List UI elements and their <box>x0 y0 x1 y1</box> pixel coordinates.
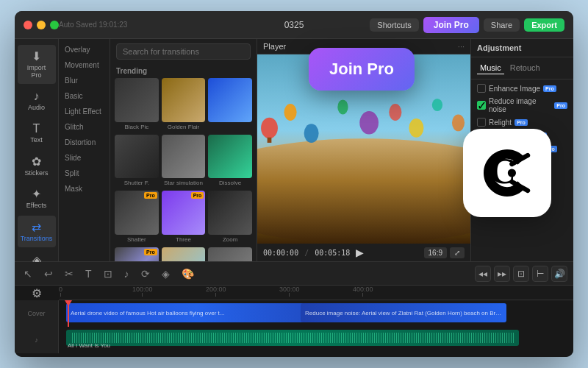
tab-music[interactable]: Music <box>477 62 504 74</box>
adjustment-title: Adjustment <box>471 39 573 57</box>
minimize-button[interactable] <box>37 21 46 29</box>
join-pro-overlay[interactable]: Join Pro <box>309 48 415 91</box>
speed-tool[interactable]: ⟳ <box>138 266 153 281</box>
audio-waveform <box>71 333 514 343</box>
time-current: 00:00:00 <box>263 249 298 257</box>
cursor-tool[interactable]: ↖ <box>21 266 35 281</box>
tab-retouch[interactable]: Retouch <box>507 62 543 74</box>
sidebar-item-audio[interactable]: ♪ Audio <box>18 85 56 116</box>
list-item[interactable]: Pro Backgr. <box>115 247 159 261</box>
svg-point-11 <box>452 114 465 131</box>
crop-tool[interactable]: ⊡ <box>101 266 115 281</box>
fit-button[interactable]: ⊡ <box>513 266 529 282</box>
capcut-logo: C <box>463 129 551 217</box>
sidebar-item-effects[interactable]: ✦ Effects <box>18 183 56 214</box>
category-movement[interactable]: Movement <box>59 57 110 73</box>
close-button[interactable] <box>24 21 32 29</box>
ruler-mark: 100:00 <box>132 286 153 297</box>
capcut-logo-svg: C <box>478 144 537 202</box>
ruler-mark: 300:00 <box>279 286 300 297</box>
player-title: Player <box>263 42 286 51</box>
text-icon: T <box>33 122 40 135</box>
list-item[interactable]: Shake It <box>208 247 252 261</box>
undo-tool[interactable]: ↩ <box>41 266 56 281</box>
relight-checkbox[interactable] <box>477 118 486 127</box>
list-item[interactable]: Pro Three <box>162 191 206 244</box>
category-basic[interactable]: Basic <box>59 88 110 104</box>
video-track-row: Cover Aerial drone video of famous Hot a… <box>15 300 573 327</box>
list-item: Relight Pro <box>477 118 567 127</box>
share-button[interactable]: Share <box>484 18 520 32</box>
left-categories-panel: Overlay Movement Blur Basic Light Effect… <box>59 39 110 261</box>
video-track-content[interactable]: Aerial drone video of famous Hot air bal… <box>59 300 573 327</box>
timeline-right-tools: ◂◂ ▸▸ ⊡ ⊢ 🔊 <box>475 266 567 282</box>
app-window: Auto Saved 19:01:23 0325 Shortcuts Join … <box>15 11 573 357</box>
shortcuts-button[interactable]: Shortcuts <box>370 18 418 32</box>
category-mask[interactable]: Mask <box>59 181 110 197</box>
player-menu-icon[interactable]: ··· <box>458 42 465 51</box>
title-right-controls: Shortcuts Join Pro Share Export <box>370 17 564 33</box>
reduce-noise-checkbox[interactable]: ✓ <box>477 101 486 110</box>
category-glitch[interactable]: Glitch <box>59 119 110 135</box>
export-button[interactable]: Export <box>524 18 564 32</box>
audio-clip[interactable] <box>66 330 519 346</box>
svg-rect-3 <box>268 138 272 143</box>
ruler-mark: 400:00 <box>353 286 373 297</box>
play-pause-button[interactable]: ▶ <box>356 247 364 258</box>
category-split[interactable]: Split <box>59 166 110 181</box>
text-tool[interactable]: T <box>82 266 95 281</box>
filter-tool[interactable]: ◈ <box>159 266 173 281</box>
fullscreen-button[interactable] <box>50 21 59 29</box>
audio-clip-label: All I Want Is You <box>68 342 110 349</box>
list-item[interactable]: Zoom <box>208 191 252 244</box>
sidebar-item-text[interactable]: T Text <box>18 118 56 149</box>
list-item[interactable]: Dissolve <box>208 135 252 188</box>
sidebar-item-stickers[interactable]: ✿ Stickers <box>18 150 56 182</box>
effects-icon: ✦ <box>32 187 41 201</box>
sidebar-item-transitions[interactable]: ⇄ Transitions <box>18 216 56 247</box>
list-item[interactable]: Shutter F. <box>115 135 159 188</box>
zoom-out-button[interactable]: ◂◂ <box>475 266 491 282</box>
timeline: ↖ ↩ ✂ T ⊡ ♪ ⟳ ◈ 🎨 ◂◂ ▸▸ ⊡ ⊢ 🔊 0 100:00 2… <box>15 261 573 357</box>
split-button[interactable]: ⊢ <box>532 266 548 282</box>
svg-point-8 <box>389 104 401 121</box>
list-item[interactable]: Black Pic <box>115 78 159 132</box>
split-tool[interactable]: ✂ <box>62 266 76 281</box>
audio-track-content[interactable]: All I Want Is You <box>59 327 573 353</box>
stickers-icon: ✿ <box>32 155 41 169</box>
enhance-image-checkbox[interactable] <box>477 84 486 93</box>
step-number: 0325 <box>284 20 304 30</box>
svg-point-9 <box>409 118 423 138</box>
list-item[interactable]: Pro Shatter <box>115 191 159 244</box>
category-distortion[interactable]: Distortion <box>59 135 110 150</box>
video-clip-2[interactable]: Reduce image noise: Aerial view of Zlatn… <box>301 303 506 322</box>
join-pro-label: Join Pro <box>329 60 394 78</box>
player-controls: 00:00:00 / 00:05:18 ▶ 16:9 ⤢ <box>257 244 470 261</box>
audio-track-row: ♪ All I Want Is You <box>15 327 573 353</box>
playhead[interactable] <box>68 300 69 327</box>
player-right-buttons: 16:9 ⤢ <box>424 247 465 258</box>
category-blur[interactable]: Blur <box>59 73 110 88</box>
search-input[interactable] <box>116 43 251 60</box>
timeline-toolbar: ↖ ↩ ✂ T ⊡ ♪ ⟳ ◈ 🎨 ◂◂ ▸▸ ⊡ ⊢ 🔊 <box>15 262 573 286</box>
transitions-panel: Trending Black Pic Golden Flair Shutter … <box>110 39 257 261</box>
category-lighteffect[interactable]: Light Effect <box>59 104 110 119</box>
svg-point-7 <box>359 111 379 134</box>
audio-track-label: ♪ <box>15 327 59 353</box>
search-container <box>110 39 257 64</box>
category-overlay[interactable]: Overlay <box>59 42 110 57</box>
zoom-in-button[interactable]: ▸▸ <box>494 266 510 282</box>
list-item[interactable]: Star simulation <box>162 135 206 188</box>
list-item[interactable]: Icling <box>162 247 206 261</box>
audio-tool[interactable]: ♪ <box>121 266 132 281</box>
joinpro-button[interactable]: Join Pro <box>423 17 479 33</box>
category-slide[interactable]: Slide <box>59 150 110 166</box>
volume-button[interactable]: 🔊 <box>551 266 567 282</box>
fullscreen-button[interactable]: ⤢ <box>450 247 465 258</box>
list-item[interactable] <box>208 78 252 132</box>
list-item[interactable]: Golden Flair <box>162 78 206 132</box>
color-tool[interactable]: 🎨 <box>179 266 197 281</box>
sidebar-item-import[interactable]: ⬇ ImportPro <box>18 45 56 84</box>
svg-point-10 <box>432 99 442 111</box>
ratio-button[interactable]: 16:9 <box>424 247 447 258</box>
